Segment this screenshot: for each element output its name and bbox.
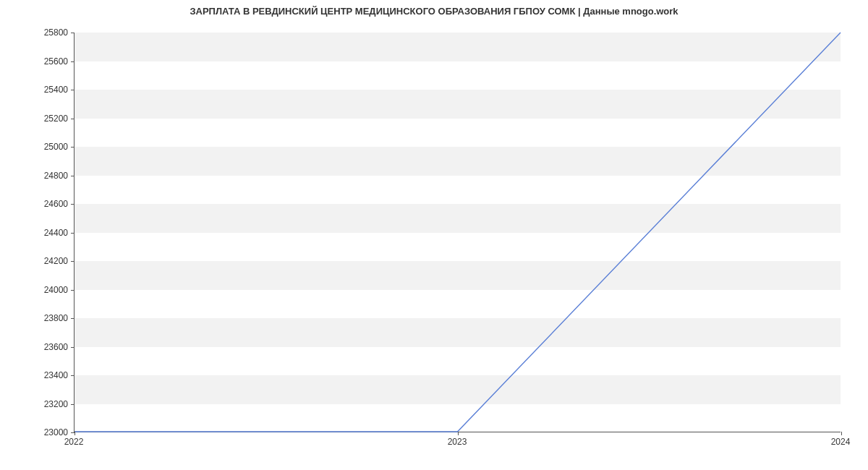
y-tick-mark <box>71 61 75 62</box>
y-tick-mark <box>71 119 75 119</box>
y-tick-mark <box>71 233 75 234</box>
y-tick-label: 24000 <box>10 285 68 295</box>
x-tick-mark <box>75 432 75 435</box>
y-tick-mark <box>71 204 75 205</box>
x-tick-label: 2023 <box>448 437 467 447</box>
series-line <box>75 33 841 432</box>
y-tick-label: 25000 <box>10 142 68 152</box>
y-tick-mark <box>71 375 75 376</box>
x-tick-label: 2024 <box>831 437 851 447</box>
line-series-svg <box>75 33 841 432</box>
y-tick-label: 24800 <box>10 171 68 181</box>
y-tick-label: 25800 <box>10 27 68 38</box>
y-tick-label: 24200 <box>10 256 68 266</box>
y-tick-mark <box>71 90 75 90</box>
y-tick-mark <box>71 176 75 176</box>
salary-line-chart: ЗАРПЛАТА В РЕВДИНСКИЙ ЦЕНТР МЕДИЦИНСКОГО… <box>0 0 868 470</box>
x-tick-label: 2022 <box>64 437 84 447</box>
y-tick-label: 23800 <box>10 313 68 323</box>
x-tick-mark <box>458 432 459 435</box>
y-tick-label: 24400 <box>10 228 68 238</box>
y-tick-mark <box>71 404 75 405</box>
x-tick-mark <box>841 432 842 435</box>
y-tick-mark <box>71 147 75 148</box>
plot-area <box>74 33 841 432</box>
chart-title: ЗАРПЛАТА В РЕВДИНСКИЙ ЦЕНТР МЕДИЦИНСКОГО… <box>0 6 868 17</box>
y-tick-label: 23600 <box>10 342 68 352</box>
y-tick-label: 25400 <box>10 85 68 95</box>
y-tick-mark <box>71 318 75 319</box>
y-tick-mark <box>71 347 75 348</box>
y-tick-label: 23400 <box>10 370 68 380</box>
y-tick-label: 23200 <box>10 399 68 409</box>
y-tick-label: 23000 <box>10 427 68 437</box>
y-tick-mark <box>71 33 75 33</box>
y-tick-label: 25200 <box>10 114 68 124</box>
y-tick-mark <box>71 290 75 291</box>
y-tick-label: 24600 <box>10 199 68 209</box>
y-tick-label: 25600 <box>10 56 68 67</box>
y-tick-mark <box>71 261 75 262</box>
